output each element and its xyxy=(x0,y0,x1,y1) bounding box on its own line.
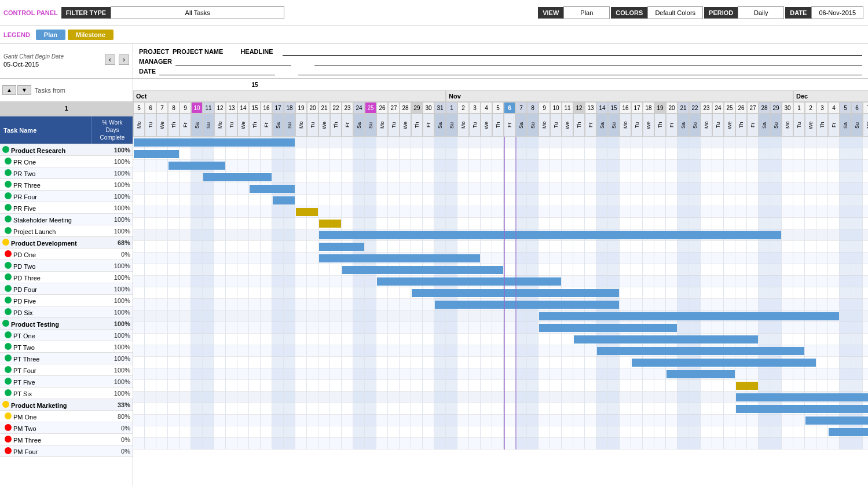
filter-type-value[interactable]: All Tasks xyxy=(111,6,284,19)
task-row: Product Research100% xyxy=(0,144,133,156)
task-pct-cell: 100% xyxy=(109,204,133,211)
task-status-dot xyxy=(5,181,12,188)
task-name-cell: Project Launch xyxy=(0,226,109,236)
nav-prev-button[interactable]: ‹ xyxy=(105,54,115,65)
gantt-header: 15OctNovDec56789101112131415161718192021… xyxy=(133,79,868,137)
gantt-bar xyxy=(319,231,781,239)
task-pct-cell: 100% xyxy=(109,216,133,223)
task-name-cell: PD Six xyxy=(0,308,109,317)
task-status-dot xyxy=(2,239,9,246)
date-value[interactable]: 06-Nov-2015 xyxy=(811,6,863,19)
task-pct-cell: 100% xyxy=(109,367,133,374)
task-pct-cell: 100% xyxy=(109,147,133,154)
task-name-cell: PT Two xyxy=(0,342,109,352)
gantt-row xyxy=(133,195,868,206)
gantt-bar xyxy=(250,185,295,193)
today-line-2 xyxy=(515,137,517,450)
task-name-cell: PD Five xyxy=(0,296,109,305)
task-name-cell: PR Five xyxy=(0,203,109,213)
gantt-body xyxy=(133,137,868,450)
gantt-row xyxy=(133,310,868,322)
project-name-row: PROJECT PROJECT NAME HEADLINE xyxy=(139,47,862,56)
task-row: PM Two0% xyxy=(0,422,133,434)
gantt-row xyxy=(133,438,868,450)
gantt-row xyxy=(133,148,868,160)
task-pct-cell: 100% xyxy=(109,378,133,385)
task-status-dot xyxy=(5,389,12,396)
task-row: Project Launch100% xyxy=(0,225,133,237)
date-line xyxy=(298,67,862,75)
complete-label: Complete xyxy=(100,134,125,141)
task-name-cell: PD Four xyxy=(0,284,109,294)
task-status-dot xyxy=(5,343,12,350)
gantt-row xyxy=(133,368,868,380)
task-row: PD Four100% xyxy=(0,283,133,295)
gantt-bar xyxy=(169,162,225,170)
task-row: PM One80% xyxy=(0,411,133,422)
gantt-scroll-area[interactable]: 15OctNovDec56789101112131415161718192021… xyxy=(133,79,868,486)
gantt-row xyxy=(133,357,868,368)
task-name-cell: PM Three xyxy=(0,435,109,444)
task-status-dot xyxy=(5,273,12,280)
task-pct-cell: 100% xyxy=(109,286,133,293)
gantt-milestone-bar xyxy=(319,220,341,228)
task-row: PT One100% xyxy=(0,330,133,341)
gantt-milestone-bar xyxy=(736,382,758,390)
lp-col-header: Task Name % Work Days Complete xyxy=(0,116,133,144)
task-pct-cell: 100% xyxy=(109,355,133,362)
work-days-header: % Work Days Complete xyxy=(92,116,133,144)
task-name-cell: PR Four xyxy=(0,192,109,201)
main-area: Gantt Chart Begin Date 05-Oct-2015 ‹ › ▲… xyxy=(0,44,868,486)
task-pct-cell: 100% xyxy=(109,193,133,200)
task-row: Product Testing100% xyxy=(0,318,133,330)
gantt-bar xyxy=(632,359,816,367)
colors-value[interactable]: Default Colors xyxy=(647,6,703,19)
gantt-row xyxy=(133,415,868,426)
task-pct-cell: 68% xyxy=(109,239,133,246)
date-key-pi: DATE xyxy=(139,68,156,75)
gantt-row xyxy=(133,241,868,253)
task-row: PD One0% xyxy=(0,249,133,260)
task-row: PT Six100% xyxy=(0,388,133,399)
arrow-down-button[interactable]: ▼ xyxy=(17,85,31,95)
lp-controls: ▲ ▼ Tasks from xyxy=(0,79,133,102)
gantt-body-scroll[interactable] xyxy=(133,137,868,486)
task-status-dot xyxy=(5,227,12,234)
task-pct-cell: 100% xyxy=(109,390,133,397)
task-pct-cell: 0% xyxy=(109,436,133,443)
view-value[interactable]: Plan xyxy=(563,6,610,19)
gantt-bar xyxy=(134,150,179,158)
task-status-dot xyxy=(5,331,12,338)
task-status-dot xyxy=(5,297,12,304)
date-key: DATE xyxy=(785,7,811,19)
days-label: Days xyxy=(106,126,119,134)
colors-section: COLORS Default Colors xyxy=(611,6,703,19)
gantt-bar xyxy=(597,347,804,355)
period-value[interactable]: Daily xyxy=(738,6,784,19)
gantt-bar xyxy=(342,266,503,274)
gantt-row xyxy=(133,322,868,334)
legend-milestone: Milestone xyxy=(68,30,113,40)
task-pct-cell: 100% xyxy=(109,309,133,316)
nav-next-button[interactable]: › xyxy=(119,54,129,65)
task-status-dot xyxy=(5,366,12,373)
task-pct-cell: 100% xyxy=(109,158,133,165)
project-name: PROJECT NAME xyxy=(173,48,223,55)
task-row: PR Two100% xyxy=(0,167,133,179)
manager-value xyxy=(175,57,291,65)
arrow-up-button[interactable]: ▲ xyxy=(2,85,16,95)
gantt-bar xyxy=(319,254,480,262)
task-pct-cell: 100% xyxy=(109,332,133,339)
task-status-dot xyxy=(2,401,9,408)
manager-line xyxy=(314,57,862,65)
task-name-cell: PT Four xyxy=(0,366,109,375)
task-pct-cell: 100% xyxy=(109,344,133,350)
task-name-cell: Product Research xyxy=(0,145,109,155)
task-name-header: Task Name xyxy=(0,116,92,144)
gantt-row xyxy=(133,299,868,310)
gantt-bar xyxy=(736,405,868,413)
task-name-cell: PM Two xyxy=(0,423,109,433)
date-value-pi xyxy=(159,67,275,75)
today-line xyxy=(504,137,505,450)
begin-date-label: Gantt Chart Begin Date xyxy=(3,53,64,60)
